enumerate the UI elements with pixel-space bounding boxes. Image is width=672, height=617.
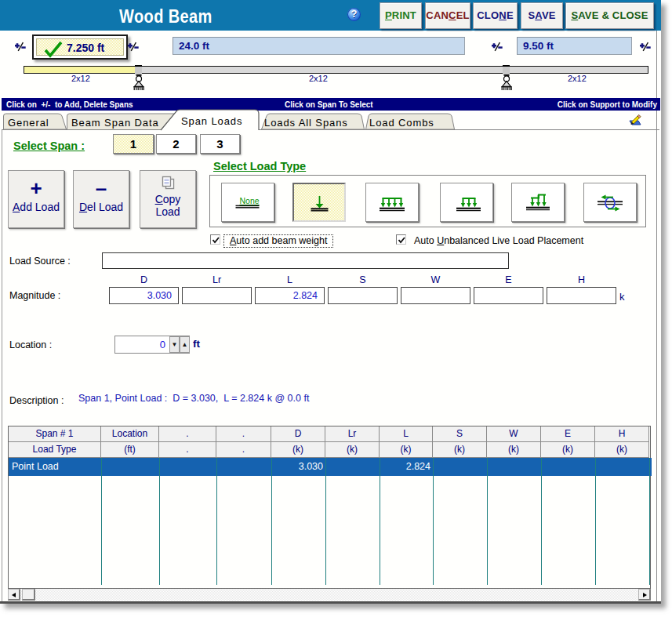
svg-text:Span Loads: Span Loads xyxy=(181,115,242,127)
svg-text:Beam Span Data: Beam Span Data xyxy=(71,117,159,129)
svg-text:Load Combs: Load Combs xyxy=(369,117,434,129)
svg-text:General: General xyxy=(8,117,49,129)
svg-text:None: None xyxy=(240,196,260,205)
svg-text:Loads All Spans: Loads All Spans xyxy=(264,117,348,129)
